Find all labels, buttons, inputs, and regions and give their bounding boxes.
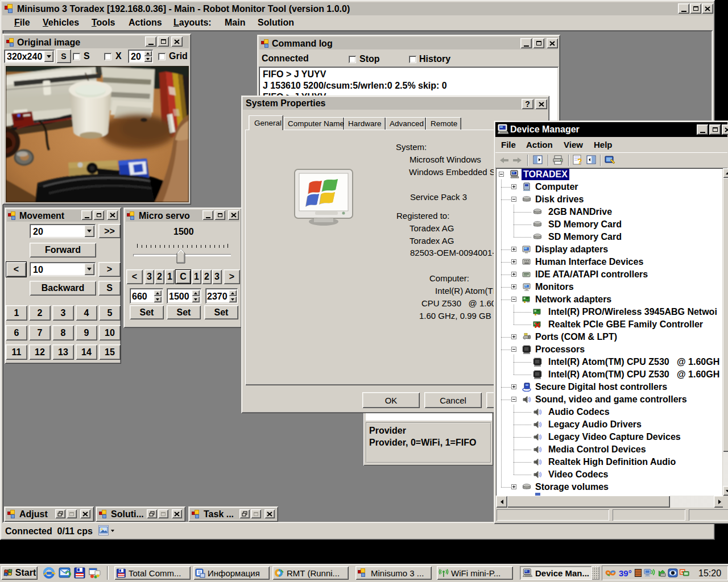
- svg-text:?: ?: [577, 157, 582, 165]
